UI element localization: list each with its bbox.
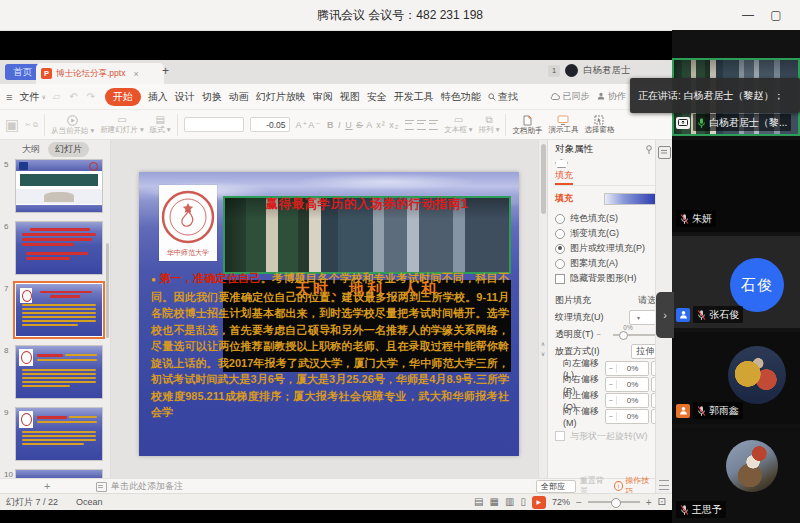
zoom-slider[interactable] <box>588 501 640 503</box>
menu-devtools[interactable]: 开发工具 <box>394 90 434 104</box>
play-from-current-button[interactable]: 从当前开始 ▾ <box>51 115 94 135</box>
canvas-scrollbar[interactable]: ∧ ∨ <box>538 140 547 478</box>
next-slide-icon[interactable]: ∨ <box>539 350 547 358</box>
menu-features[interactable]: 特色功能 <box>441 90 481 104</box>
transparency-minus[interactable]: − <box>597 330 602 339</box>
video-tile[interactable]: 朱妍 <box>672 140 800 232</box>
textbox-button[interactable]: ▭ 文本框 ▾ <box>444 115 472 134</box>
slide-thumbnail-10[interactable] <box>16 470 102 478</box>
font-size-input[interactable]: -0.05 <box>250 117 290 132</box>
radio-icon <box>555 229 565 239</box>
fill-preview-swatch[interactable] <box>604 193 660 205</box>
slider-knob[interactable] <box>619 331 628 340</box>
menu-file[interactable]: 文件∨ <box>19 90 45 104</box>
notes-placeholder-area[interactable]: 单击此处添加备注 <box>96 479 183 494</box>
fill-tab[interactable]: 填充 <box>555 169 573 185</box>
university-seal[interactable]: 华中师范大学 <box>159 185 217 261</box>
sidebar-collapse-handle[interactable]: › <box>656 292 674 338</box>
minimize-button[interactable]: — <box>736 0 760 30</box>
quick-access-icons[interactable]: ▱ ↶ ↷ <box>53 91 98 102</box>
menu-slideshow[interactable]: 幻灯片放映 <box>256 90 306 104</box>
format-buttons[interactable]: B I U S A x² x₂ <box>327 120 399 130</box>
role-badge-blue <box>676 308 690 322</box>
selection-pane-button[interactable]: 选择窗格 <box>584 115 614 134</box>
option-gradient-fill[interactable]: 渐变填充(G) <box>555 226 665 241</box>
offset-stepper[interactable]: −0% <box>605 409 649 424</box>
close-tab-icon[interactable]: × <box>133 69 138 79</box>
font-name-input[interactable] <box>184 117 244 132</box>
offset-stepper[interactable]: −0% <box>605 393 649 408</box>
cut-copy-icons[interactable]: ✂ ⧉ <box>25 121 38 129</box>
layout-button[interactable]: ▤ 版式 ▾ <box>150 115 171 134</box>
fit-screen-icon[interactable]: ⊡ <box>658 497 666 507</box>
properties-pane-icon[interactable] <box>658 146 671 159</box>
menu-home[interactable]: 开始 <box>105 88 141 106</box>
video-tile[interactable]: 王思予 <box>672 428 800 523</box>
notification-badge: 1 <box>548 65 560 77</box>
rotate-with-shape-checkbox[interactable]: 与形状一起旋转(W) <box>555 428 665 444</box>
slide-body[interactable]: ●第一，准确定位自己。考博题目各个学校和专业考试时间不同，科目不同。因此我们要准… <box>151 270 509 421</box>
slide-sorter-icon[interactable]: ▦ <box>489 497 498 507</box>
scrollbar-thumb[interactable] <box>541 144 546 214</box>
offset-stepper[interactable]: −0% <box>605 361 649 376</box>
account-area[interactable]: 1 白杨君居士 <box>548 64 631 77</box>
video-tile[interactable]: 石俊 张石俊 <box>672 236 800 328</box>
hide-bg-checkbox[interactable]: 隐藏背景图形(H) <box>555 271 665 286</box>
video-tile[interactable]: 郭雨鑫 <box>672 332 800 424</box>
tab-outline[interactable]: 大纲 <box>22 143 40 156</box>
offset-stepper[interactable]: −0% <box>605 377 649 392</box>
new-slide-button[interactable]: ▭ 新建幻灯片 ▾ <box>100 115 143 134</box>
reading-view-icon[interactable]: ▥ <box>505 497 514 507</box>
slideshow-play-button[interactable]: ▶ <box>532 496 546 509</box>
menu-view[interactable]: 视图 <box>340 90 360 104</box>
normal-view-icon[interactable]: ▤ <box>474 497 483 507</box>
wps-home-tab[interactable]: 首页 <box>5 64 40 80</box>
zoom-out-button[interactable]: − <box>576 497 582 508</box>
zoom-in-button[interactable]: + <box>646 497 652 508</box>
current-slide[interactable]: 华中师范大学 赢得最高学历的入场券的行动指南1 天时、地利、人和 ●第一，准确定… <box>139 172 519 456</box>
slide-thumbnail-5[interactable] <box>16 160 102 212</box>
slide-thumbnail-9[interactable] <box>16 408 102 460</box>
slide-thumbnail-8[interactable] <box>16 346 102 398</box>
alignment-buttons[interactable] <box>405 120 438 130</box>
menu-security[interactable]: 安全 <box>367 90 387 104</box>
prev-slide-icon[interactable]: ∧ <box>539 340 547 348</box>
option-solid-fill[interactable]: 纯色填充(S) <box>555 211 665 226</box>
panel-scrollbar[interactable] <box>106 243 109 338</box>
object-properties-panel: 对象属性 × 填充 填充 ▾ 纯色填充(S) 渐变填充(G) 图 <box>547 140 672 478</box>
pin-icon[interactable] <box>645 145 653 154</box>
notes-view-icon[interactable]: ▯ <box>520 497 526 507</box>
zoom-level[interactable]: 72% <box>552 497 570 507</box>
thumb-number: 7 <box>4 284 8 293</box>
font-grow-shrink[interactable]: A⁺A⁻ <box>296 120 322 130</box>
zoom-knob[interactable] <box>611 498 621 508</box>
slide-thumbnail-7-selected[interactable] <box>16 284 102 336</box>
option-picture-fill[interactable]: 图片或纹理填充(P) <box>555 241 665 256</box>
menu-animation[interactable]: 动画 <box>229 90 249 104</box>
doc-assistant-button[interactable]: 文档助手 <box>512 115 542 135</box>
new-tab-button[interactable]: + <box>162 64 169 78</box>
option-pattern-fill[interactable]: 图案填充(A) <box>555 256 665 271</box>
bullet-icon: ● <box>151 275 156 284</box>
wps-document-tab[interactable]: P 博士论坛分享.pptx × <box>36 63 164 84</box>
menu-design[interactable]: 设计 <box>175 90 195 104</box>
present-tools-button[interactable]: 演示工具 <box>548 115 578 134</box>
maximize-button[interactable]: ▢ <box>764 0 788 30</box>
add-slide-button[interactable]: + <box>44 479 50 494</box>
paste-icon[interactable]: ▣ <box>5 116 19 134</box>
transparency-slider[interactable]: 0% <box>613 334 657 336</box>
sync-collab-area[interactable]: 已同步 协作 <box>550 90 626 103</box>
avatar <box>726 440 778 492</box>
find-button[interactable]: 查找 <box>488 90 518 104</box>
arrange-button[interactable]: ⧉ 排列 ▾ <box>479 115 500 134</box>
collab-button[interactable]: 协作 <box>597 90 626 103</box>
menu-transition[interactable]: 切换 <box>202 90 222 104</box>
pane-grid-icon[interactable] <box>659 480 669 490</box>
apply-all-button[interactable]: 全部应用 <box>536 480 576 493</box>
hamburger-menu-icon[interactable]: ≡ <box>6 91 12 103</box>
tab-slides[interactable]: 幻灯片 <box>48 142 89 157</box>
mic-muted-icon <box>697 309 706 321</box>
menu-insert[interactable]: 插入 <box>148 90 168 104</box>
slide-thumbnail-6[interactable] <box>16 222 102 274</box>
menu-review[interactable]: 审阅 <box>313 90 333 104</box>
